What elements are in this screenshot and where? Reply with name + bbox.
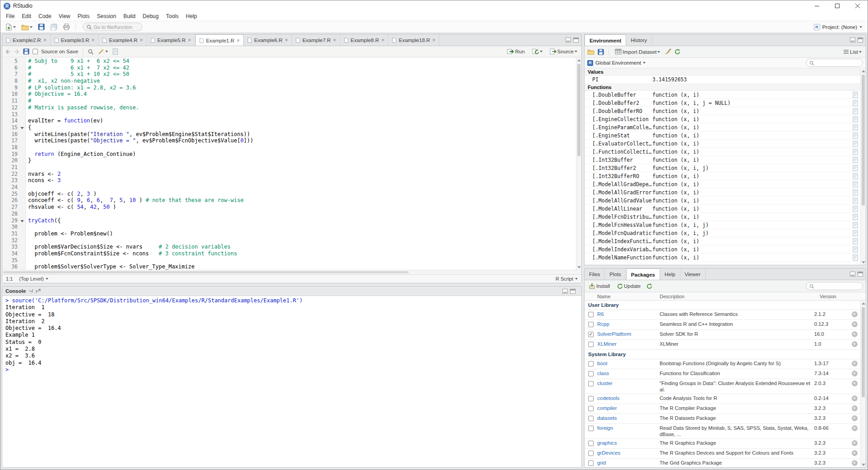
view-function-icon[interactable] [850, 189, 860, 196]
view-function-icon[interactable] [850, 124, 860, 131]
package-name-link[interactable]: SolverPlatform [597, 331, 631, 337]
view-function-icon[interactable] [850, 206, 860, 212]
package-name-link[interactable]: grDevices [597, 450, 620, 456]
environment-object-engineparamcolle[interactable]: [.EngineParamColle… function (x, i) [585, 123, 860, 132]
column-description[interactable]: Description [660, 294, 820, 299]
scrollbar-thumb[interactable] [862, 307, 865, 397]
environment-object-modelindexfuncti[interactable]: [.ModelIndexFuncti… function (x, i) [585, 237, 860, 245]
environment-object-evaluatorcollect[interactable]: [.EvaluatorCollect… function (x, i) [585, 140, 860, 148]
view-function-icon[interactable] [850, 173, 860, 179]
tab-files[interactable]: Files [585, 268, 605, 280]
scope-selector[interactable]: (Top Level) [19, 276, 48, 282]
package-remove-button[interactable]: × [852, 450, 858, 456]
project-selector[interactable]: R Project: (None) [814, 24, 864, 30]
package-name-link[interactable]: compiler [597, 405, 617, 411]
fold-marker[interactable] [20, 197, 25, 204]
package-name-link[interactable]: boot [597, 361, 607, 366]
minimize-pane-button[interactable] [566, 38, 571, 42]
tab-packages[interactable]: Packages [626, 268, 660, 280]
view-function-icon[interactable] [850, 116, 860, 122]
environment-object-modelalllinear[interactable]: [.ModelAllLinear function (x, i) [585, 205, 860, 213]
view-function-icon[interactable] [850, 165, 860, 171]
package-name-link[interactable]: class [597, 371, 609, 376]
environment-object-modelindexvariab[interactable]: [.ModelIndexVariab… function (x, i) [585, 245, 860, 254]
fold-marker[interactable] [20, 184, 25, 191]
environment-object-modelfcnquadratic[interactable]: [.ModelFcnQuadratic function (x, i, j) [585, 229, 860, 237]
close-window-button[interactable] [847, 0, 868, 11]
view-function-icon[interactable] [850, 230, 860, 236]
tab-plots[interactable]: Plots [605, 268, 626, 280]
tab-example6-r[interactable]: Example6.R × [244, 34, 292, 46]
fold-marker[interactable] [20, 71, 25, 78]
fold-marker[interactable] [20, 230, 25, 237]
menu-debug[interactable]: Debug [139, 11, 162, 21]
file-type-selector[interactable]: R Script [556, 276, 578, 282]
minimize-pane-button[interactable] [562, 289, 568, 294]
popout-icon[interactable] [36, 289, 41, 294]
tab-close-icon[interactable]: × [140, 38, 143, 42]
fold-marker[interactable] [20, 204, 25, 211]
editor-vertical-scrollbar[interactable] [576, 57, 581, 270]
fold-marker[interactable] [20, 217, 25, 224]
view-function-icon[interactable] [850, 132, 860, 139]
fold-marker[interactable] [20, 224, 25, 230]
console-output[interactable]: > source('C:/Platform/Src/SPSDK/Distribu… [2, 296, 581, 467]
scrollbar-thumb[interactable] [3, 271, 409, 273]
view-function-icon[interactable] [850, 100, 860, 106]
back-icon[interactable] [5, 49, 11, 54]
fold-marker[interactable] [20, 137, 25, 144]
package-remove-button[interactable]: × [852, 341, 858, 347]
package-name-link[interactable]: cluster [597, 381, 613, 386]
environment-object-doublebuffer[interactable]: [.DoubleBuffer function (x, i) [585, 91, 860, 99]
environment-object-int32buffer2[interactable]: [.Int32Buffer2 function (x, i, j) [585, 164, 860, 172]
refresh-icon[interactable] [675, 49, 680, 55]
package-name-link[interactable]: Rcpp [597, 321, 609, 327]
view-function-icon[interactable] [850, 141, 860, 147]
package-remove-button[interactable]: × [852, 331, 858, 337]
maximize-pane-button[interactable] [570, 289, 576, 294]
source-button[interactable]: Source [548, 47, 579, 56]
tab-example5-r[interactable]: Example5.R × [147, 34, 195, 46]
editor-horizontal-scrollbar[interactable] [2, 270, 581, 274]
fold-marker[interactable] [20, 171, 25, 178]
list-view-button[interactable]: List [842, 48, 863, 56]
environment-object-doublebufferro[interactable]: [.DoubleBufferRO function (x, i) [585, 107, 860, 115]
tab-help[interactable]: Help [660, 268, 680, 280]
fold-marker[interactable] [20, 257, 25, 264]
minimize-pane-button[interactable] [850, 272, 855, 277]
package-remove-button[interactable]: × [852, 425, 858, 431]
package-loaded-checkbox[interactable] [588, 361, 594, 367]
environment-scrollbar[interactable] [860, 68, 866, 265]
environment-object-functioncollecti[interactable]: [.FunctionCollecti… function (x, i) [585, 148, 860, 156]
package-remove-button[interactable]: × [852, 405, 858, 411]
environment-object-modelallgraderror[interactable]: [.ModelAllGradError function (x, i) [585, 188, 860, 197]
package-remove-button[interactable]: × [852, 415, 858, 421]
fold-marker[interactable] [20, 104, 25, 111]
environment-object-int32buffer[interactable]: [.Int32Buffer function (x, i) [585, 156, 860, 164]
environment-object-pi[interactable]: PI 3.141592653 [585, 75, 860, 84]
tab-close-icon[interactable]: × [43, 38, 47, 42]
environment-object-modelfcnhessvalue[interactable]: [.ModelFcnHessValue function (x, i, j) [585, 221, 860, 229]
view-function-icon[interactable] [850, 108, 860, 114]
view-function-icon[interactable] [850, 157, 860, 163]
fold-marker[interactable] [20, 250, 25, 257]
tab-example7-r[interactable]: Example7.R × [292, 34, 340, 46]
package-remove-button[interactable]: × [852, 395, 858, 401]
menu-tools[interactable]: Tools [162, 11, 182, 21]
maximize-pane-button[interactable] [858, 38, 863, 42]
tab-example18-r[interactable]: Example18.R × [388, 34, 439, 46]
tab-example3-r[interactable]: Example3.R × [51, 34, 99, 46]
package-name-link[interactable]: datasets [597, 415, 617, 421]
fold-marker[interactable] [20, 177, 25, 184]
package-name-link[interactable]: R6 [597, 311, 604, 317]
fold-marker[interactable] [20, 65, 25, 71]
package-remove-button[interactable]: × [852, 371, 858, 376]
package-loaded-checkbox[interactable] [588, 406, 594, 411]
tab-close-icon[interactable]: × [236, 38, 240, 43]
package-loaded-checkbox[interactable] [588, 322, 594, 327]
save-workspace-icon[interactable] [598, 49, 604, 55]
forward-icon[interactable] [14, 49, 20, 54]
minimize-window-button[interactable] [807, 0, 827, 11]
scrollbar-thumb[interactable] [577, 64, 580, 156]
packages-scrollbar[interactable] [860, 301, 866, 467]
